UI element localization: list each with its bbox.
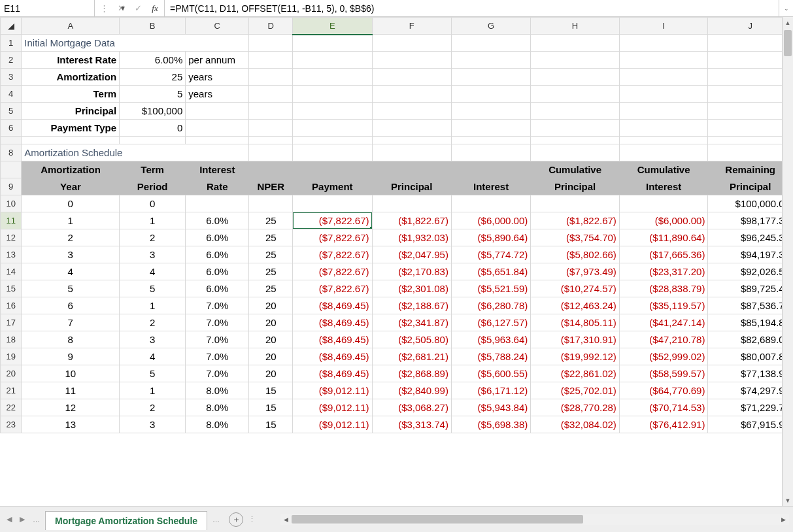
- cell[interactable]: ($28,770.28): [531, 399, 620, 416]
- col-G[interactable]: G: [451, 18, 530, 35]
- row-6[interactable]: 6: [1, 120, 22, 137]
- cell[interactable]: ($2,505.80): [372, 331, 451, 348]
- val-amort[interactable]: 25: [120, 69, 186, 86]
- col-I[interactable]: I: [619, 18, 708, 35]
- col-J[interactable]: J: [708, 18, 793, 35]
- val-principal[interactable]: $100,000: [120, 103, 186, 120]
- cell[interactable]: ($58,599.57): [619, 365, 708, 382]
- row-21[interactable]: 21: [1, 382, 22, 399]
- cell[interactable]: $74,297.99: [708, 382, 793, 399]
- cell[interactable]: 9: [22, 348, 120, 365]
- cell[interactable]: ($52,999.02): [619, 348, 708, 365]
- cell[interactable]: 12: [22, 399, 120, 416]
- cell[interactable]: 7.0%: [186, 331, 249, 348]
- row-7[interactable]: [1, 137, 22, 144]
- cell[interactable]: 7.0%: [186, 314, 249, 331]
- cell[interactable]: ($8,469.45): [293, 314, 372, 331]
- cell[interactable]: 8.0%: [186, 382, 249, 399]
- cell[interactable]: 4: [120, 263, 186, 280]
- cell[interactable]: 0: [120, 195, 186, 212]
- cell[interactable]: 20: [249, 314, 293, 331]
- val-term[interactable]: 5: [120, 86, 186, 103]
- cell[interactable]: 7.0%: [186, 348, 249, 365]
- cell[interactable]: [619, 195, 708, 212]
- cell[interactable]: ($47,210.78): [619, 331, 708, 348]
- cell[interactable]: ($5,521.59): [451, 280, 530, 297]
- cell[interactable]: 1: [120, 212, 186, 229]
- cell[interactable]: ($9,012.11): [293, 382, 372, 399]
- cell[interactable]: $98,177.33: [708, 212, 793, 229]
- cell[interactable]: ($35,119.57): [619, 297, 708, 314]
- scroll-left-icon[interactable]: ◀: [280, 516, 292, 523]
- cell[interactable]: 2: [120, 399, 186, 416]
- cell[interactable]: ($9,012.11): [293, 399, 372, 416]
- cell[interactable]: ($11,890.64): [619, 229, 708, 246]
- cell[interactable]: ($23,317.20): [619, 263, 708, 280]
- cell[interactable]: 25: [249, 263, 293, 280]
- row-12[interactable]: 12: [1, 229, 22, 246]
- row-14[interactable]: 14: [1, 263, 22, 280]
- cell[interactable]: ($8,469.45): [293, 297, 372, 314]
- cell[interactable]: ($6,000.00): [451, 212, 530, 229]
- cell[interactable]: ($22,861.02): [531, 365, 620, 382]
- col-H[interactable]: H: [531, 18, 620, 35]
- cell[interactable]: 5: [120, 280, 186, 297]
- cell[interactable]: $82,689.09: [708, 331, 793, 348]
- cell[interactable]: ($3,754.70): [531, 229, 620, 246]
- row-16[interactable]: 16: [1, 297, 22, 314]
- cell[interactable]: 6.0%: [186, 229, 249, 246]
- cell[interactable]: ($5,890.64): [451, 229, 530, 246]
- cell[interactable]: 4: [120, 348, 186, 365]
- cell[interactable]: 3: [120, 246, 186, 263]
- vertical-scrollbar[interactable]: ▲ ▼: [782, 17, 793, 506]
- cell[interactable]: 8.0%: [186, 416, 249, 433]
- row-19[interactable]: 19: [1, 348, 22, 365]
- cell[interactable]: ($41,247.14): [619, 314, 708, 331]
- cell[interactable]: ($14,805.11): [531, 314, 620, 331]
- cell[interactable]: [186, 195, 249, 212]
- cell[interactable]: 20: [249, 348, 293, 365]
- cell[interactable]: 5: [120, 365, 186, 382]
- cell[interactable]: $71,229.72: [708, 399, 793, 416]
- sheet-tab-active[interactable]: Mortgage Amortization Schedule: [45, 511, 207, 530]
- cell[interactable]: ($1,822.67): [531, 212, 620, 229]
- cell[interactable]: ($5,600.55): [451, 365, 530, 382]
- cell[interactable]: 3: [22, 246, 120, 263]
- cell[interactable]: $87,536.76: [708, 297, 793, 314]
- add-sheet-icon[interactable]: ＋: [229, 512, 243, 527]
- row-9a[interactable]: [1, 161, 22, 178]
- hscroll-thumb[interactable]: [292, 515, 583, 524]
- cell[interactable]: ($2,047.95): [372, 246, 451, 263]
- cell[interactable]: ($25,702.01): [531, 382, 620, 399]
- spreadsheet-grid[interactable]: ◢ A B C D E F G H I J 1 Initial Mortgage…: [0, 17, 793, 506]
- cell[interactable]: ($32,084.02): [531, 416, 620, 433]
- row-9[interactable]: 9: [1, 178, 22, 195]
- cell[interactable]: $67,915.98: [708, 416, 793, 433]
- cell[interactable]: ($6,000.00): [619, 212, 708, 229]
- cell[interactable]: ($3,313.74): [372, 416, 451, 433]
- cell[interactable]: ($5,788.24): [451, 348, 530, 365]
- cell[interactable]: ($17,665.36): [619, 246, 708, 263]
- row-1[interactable]: 1: [1, 35, 22, 52]
- row-22[interactable]: 22: [1, 399, 22, 416]
- cell[interactable]: 5: [22, 280, 120, 297]
- cell[interactable]: ($6,171.12): [451, 382, 530, 399]
- cell[interactable]: 20: [249, 365, 293, 382]
- cell[interactable]: [531, 195, 620, 212]
- cell[interactable]: ($5,943.84): [451, 399, 530, 416]
- tab-more-icon[interactable]: …: [30, 516, 42, 524]
- col-B[interactable]: B: [120, 18, 186, 35]
- cell[interactable]: ($7,822.67): [293, 212, 372, 229]
- cell[interactable]: 4: [22, 263, 120, 280]
- cell[interactable]: 2: [120, 229, 186, 246]
- formula-input[interactable]: [165, 0, 779, 16]
- cell[interactable]: ($7,822.67): [293, 246, 372, 263]
- cell[interactable]: ($7,822.67): [293, 263, 372, 280]
- cell[interactable]: ($70,714.53): [619, 399, 708, 416]
- cell[interactable]: 20: [249, 297, 293, 314]
- cell[interactable]: ($9,012.11): [293, 416, 372, 433]
- cell[interactable]: ($1,822.67): [372, 212, 451, 229]
- cell[interactable]: ($8,469.45): [293, 331, 372, 348]
- row-23[interactable]: 23: [1, 416, 22, 433]
- fx-icon[interactable]: fx: [150, 3, 160, 14]
